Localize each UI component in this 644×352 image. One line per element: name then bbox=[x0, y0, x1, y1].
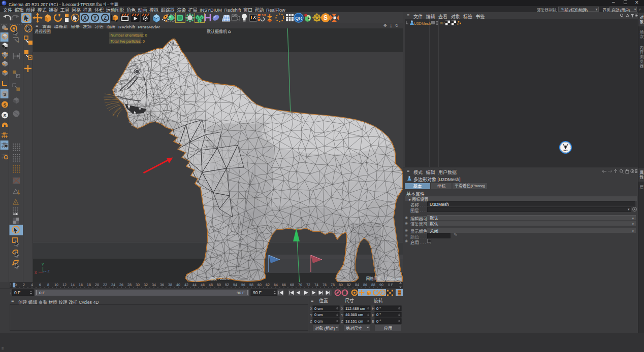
svg-text:0 cm: 0 cm bbox=[314, 306, 323, 311]
svg-text:S: S bbox=[324, 14, 328, 21]
svg-text:86: 86 bbox=[363, 283, 367, 287]
svg-text:90 F: 90 F bbox=[253, 290, 262, 295]
svg-text:H&S: H&S bbox=[563, 150, 567, 152]
svg-text:⛭: ⛭ bbox=[228, 30, 231, 33]
svg-text:24: 24 bbox=[111, 283, 115, 287]
svg-text:尺寸: 尺寸 bbox=[345, 298, 354, 303]
svg-text:76: 76 bbox=[323, 283, 327, 287]
svg-text:X: X bbox=[341, 306, 344, 311]
svg-text:X: X bbox=[310, 306, 313, 311]
svg-text:40: 40 bbox=[176, 283, 180, 287]
svg-text:30: 30 bbox=[136, 283, 140, 287]
svg-text:62: 62 bbox=[266, 283, 270, 287]
svg-text:80: 80 bbox=[339, 283, 343, 287]
svg-text:68: 68 bbox=[290, 283, 294, 287]
svg-text:≡: ≡ bbox=[311, 298, 313, 303]
svg-text:XP: XP bbox=[440, 21, 445, 25]
svg-text:0 °: 0 ° bbox=[376, 306, 381, 311]
svg-text:应用: 应用 bbox=[383, 326, 392, 331]
svg-text:16: 16 bbox=[79, 283, 83, 287]
svg-text:Y: Y bbox=[42, 263, 44, 266]
svg-text:Y: Y bbox=[93, 15, 97, 21]
svg-text:36: 36 bbox=[160, 283, 164, 287]
svg-text:缩放 : 220.0: 缩放 : 220.0 bbox=[209, 276, 230, 281]
svg-text:0 °: 0 ° bbox=[376, 319, 381, 324]
svg-text:28: 28 bbox=[127, 283, 132, 287]
svg-text:F: F bbox=[66, 14, 68, 17]
svg-text:112.489 cm: 112.489 cm bbox=[345, 306, 365, 311]
svg-text:48: 48 bbox=[209, 283, 213, 287]
svg-text:72: 72 bbox=[306, 283, 310, 287]
svg-text:20: 20 bbox=[95, 283, 99, 287]
svg-text:P: P bbox=[381, 291, 384, 295]
svg-text:位置: 位置 bbox=[319, 298, 328, 303]
svg-text:U3DMesh: U3DMesh bbox=[414, 21, 431, 26]
svg-text:Z: Z bbox=[104, 15, 107, 21]
svg-text:Z: Z bbox=[48, 269, 50, 273]
svg-text:0 cm: 0 cm bbox=[314, 319, 323, 324]
svg-text:46: 46 bbox=[201, 283, 205, 287]
svg-text:H: H bbox=[372, 306, 375, 311]
svg-text:Z: Z bbox=[341, 319, 343, 324]
svg-text:旋转: 旋转 bbox=[374, 298, 383, 303]
svg-text:8: 8 bbox=[47, 283, 49, 287]
svg-text:0 cm: 0 cm bbox=[314, 312, 323, 317]
svg-text:26: 26 bbox=[119, 283, 123, 287]
svg-text:90: 90 bbox=[379, 283, 383, 287]
svg-text:2: 2 bbox=[23, 283, 25, 287]
svg-text:0: 0 bbox=[15, 283, 17, 287]
svg-text:S: S bbox=[3, 102, 6, 108]
svg-text:12: 12 bbox=[62, 283, 67, 287]
svg-text:10: 10 bbox=[54, 283, 58, 287]
svg-text:X: X bbox=[35, 271, 37, 274]
svg-text:Y: Y bbox=[341, 313, 344, 318]
svg-text:0 F: 0 F bbox=[39, 291, 45, 295]
svg-text:84: 84 bbox=[355, 283, 359, 287]
svg-text:网格间距 : 10000 cm: 网格间距 : 10000 cm bbox=[366, 276, 401, 281]
svg-text:70: 70 bbox=[298, 283, 302, 287]
svg-text:64: 64 bbox=[274, 283, 278, 287]
svg-text:P: P bbox=[372, 313, 374, 318]
svg-text:4: 4 bbox=[31, 283, 33, 287]
svg-text:22: 22 bbox=[103, 283, 107, 287]
svg-text:Z: Z bbox=[310, 319, 312, 324]
svg-text:默认摄像机: 默认摄像机 bbox=[207, 29, 227, 34]
svg-text:B: B bbox=[372, 319, 374, 324]
svg-text:S: S bbox=[3, 113, 6, 118]
svg-text:58: 58 bbox=[249, 283, 253, 287]
svg-text:34: 34 bbox=[152, 283, 156, 287]
svg-text:50: 50 bbox=[217, 283, 221, 287]
svg-text:QR: QR bbox=[295, 16, 302, 21]
svg-text:透视视图: 透视视图 bbox=[35, 29, 51, 34]
svg-text:S: S bbox=[3, 92, 6, 97]
svg-text:78: 78 bbox=[331, 283, 335, 287]
svg-text:X: X bbox=[83, 15, 87, 21]
svg-text:38: 38 bbox=[168, 283, 172, 287]
svg-text:0 °: 0 ° bbox=[376, 312, 381, 317]
svg-text:42: 42 bbox=[184, 283, 188, 287]
svg-text:90 F: 90 F bbox=[237, 291, 245, 295]
svg-text:6: 6 bbox=[39, 283, 41, 287]
svg-text:66: 66 bbox=[282, 283, 286, 287]
svg-text:18.161 cm: 18.161 cm bbox=[345, 319, 363, 324]
svg-text:82: 82 bbox=[347, 283, 351, 287]
svg-text:60: 60 bbox=[257, 283, 262, 287]
svg-text:74: 74 bbox=[314, 283, 318, 287]
svg-text:Total live particles: 0: Total live particles: 0 bbox=[111, 39, 145, 44]
svg-text:14: 14 bbox=[71, 283, 75, 287]
svg-text:88: 88 bbox=[371, 283, 375, 287]
svg-text:0 F: 0 F bbox=[388, 283, 393, 287]
svg-text:54: 54 bbox=[233, 283, 237, 287]
svg-text:44: 44 bbox=[192, 283, 197, 287]
svg-text:52: 52 bbox=[225, 283, 229, 287]
svg-text:56: 56 bbox=[241, 283, 245, 287]
svg-text:46.565 cm: 46.565 cm bbox=[345, 312, 363, 317]
svg-text:32: 32 bbox=[144, 283, 148, 287]
svg-text:Number of emitters: 0: Number of emitters: 0 bbox=[111, 33, 147, 38]
svg-text:绝对尺寸: 绝对尺寸 bbox=[346, 326, 362, 331]
svg-text:18: 18 bbox=[87, 283, 91, 287]
svg-text:Y: Y bbox=[310, 313, 313, 318]
svg-text:对象 (相对): 对象 (相对) bbox=[315, 326, 335, 331]
svg-text:0 F: 0 F bbox=[14, 290, 20, 295]
svg-text:F S R: F S R bbox=[259, 14, 266, 17]
